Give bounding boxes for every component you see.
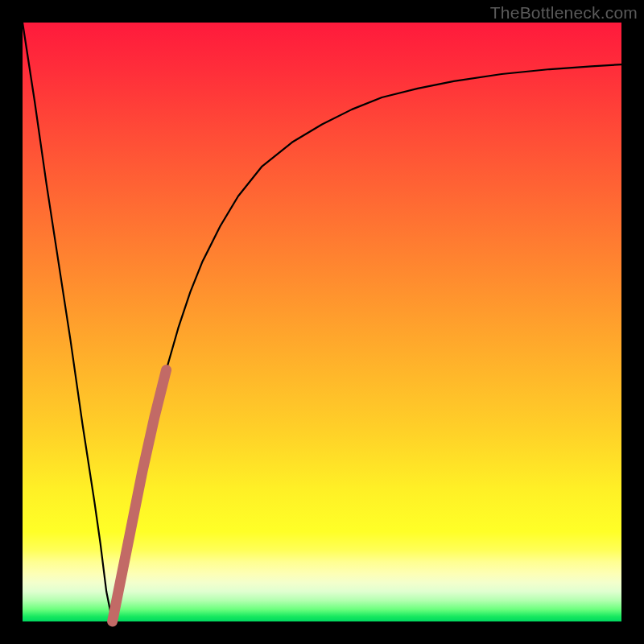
watermark-text: TheBottleneck.com	[490, 3, 638, 23]
chart-frame: TheBottleneck.com	[0, 0, 644, 644]
plot-area	[23, 23, 621, 621]
bottleneck-curve	[23, 23, 621, 621]
marker-segment	[113, 370, 167, 621]
curve-layer	[23, 23, 621, 621]
